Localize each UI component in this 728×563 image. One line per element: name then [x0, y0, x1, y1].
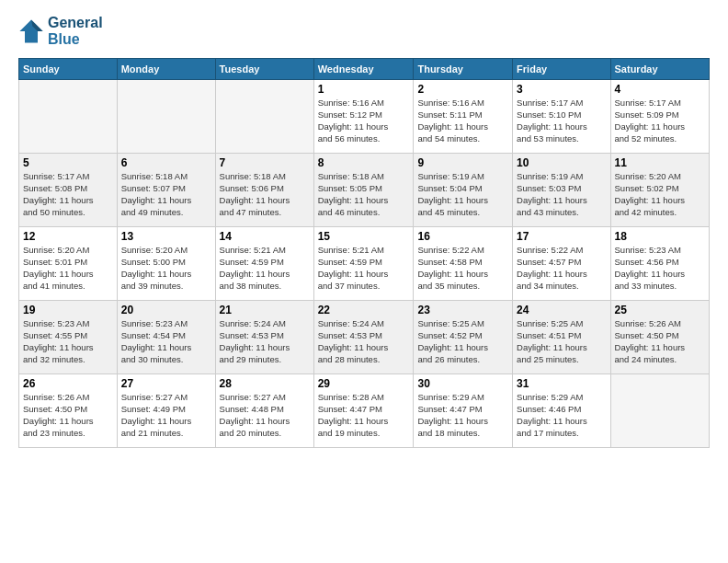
calendar-cell: 16Sunrise: 5:22 AM Sunset: 4:58 PM Dayli…: [414, 227, 513, 301]
calendar-cell: 5Sunrise: 5:17 AM Sunset: 5:08 PM Daylig…: [19, 154, 118, 227]
logo-text: General Blue: [48, 15, 103, 47]
day-number: 17: [517, 230, 606, 243]
day-number: 11: [615, 156, 705, 169]
day-info: Sunrise: 5:29 AM Sunset: 4:46 PM Dayligh…: [517, 392, 606, 439]
calendar-cell: 30Sunrise: 5:29 AM Sunset: 4:47 PM Dayli…: [414, 374, 513, 448]
calendar-cell: 20Sunrise: 5:23 AM Sunset: 4:54 PM Dayli…: [117, 301, 215, 374]
calendar-cell: 10Sunrise: 5:19 AM Sunset: 5:03 PM Dayli…: [513, 154, 610, 227]
calendar-cell: 26Sunrise: 5:26 AM Sunset: 4:50 PM Dayli…: [19, 374, 118, 448]
calendar-cell: 25Sunrise: 5:26 AM Sunset: 4:50 PM Dayli…: [610, 301, 709, 374]
day-number: 24: [517, 304, 606, 316]
day-info: Sunrise: 5:16 AM Sunset: 5:12 PM Dayligh…: [318, 98, 410, 144]
calendar-cell: 6Sunrise: 5:18 AM Sunset: 5:07 PM Daylig…: [117, 154, 215, 227]
day-info: Sunrise: 5:19 AM Sunset: 5:04 PM Dayligh…: [417, 171, 508, 218]
calendar-cell: 19Sunrise: 5:23 AM Sunset: 4:55 PM Dayli…: [19, 301, 118, 374]
day-info: Sunrise: 5:27 AM Sunset: 4:49 PM Dayligh…: [121, 392, 211, 439]
day-number: 4: [615, 83, 705, 96]
day-info: Sunrise: 5:18 AM Sunset: 5:07 PM Dayligh…: [121, 171, 211, 218]
day-number: 8: [318, 156, 410, 169]
weekday-header-sunday: Sunday: [19, 59, 118, 80]
day-info: Sunrise: 5:20 AM Sunset: 5:02 PM Dayligh…: [615, 171, 705, 218]
calendar-cell: 13Sunrise: 5:20 AM Sunset: 5:00 PM Dayli…: [117, 227, 215, 301]
day-number: 29: [318, 377, 410, 390]
day-info: Sunrise: 5:26 AM Sunset: 4:50 PM Dayligh…: [23, 392, 113, 439]
calendar-cell: 23Sunrise: 5:25 AM Sunset: 4:52 PM Dayli…: [414, 301, 513, 374]
day-number: 7: [220, 156, 310, 169]
day-info: Sunrise: 5:20 AM Sunset: 5:01 PM Dayligh…: [23, 245, 113, 292]
day-number: 16: [417, 230, 508, 243]
calendar-cell: 31Sunrise: 5:29 AM Sunset: 4:46 PM Dayli…: [513, 374, 610, 448]
calendar-cell: 12Sunrise: 5:20 AM Sunset: 5:01 PM Dayli…: [19, 227, 118, 301]
calendar-cell: 4Sunrise: 5:17 AM Sunset: 5:09 PM Daylig…: [610, 80, 709, 154]
calendar-cell: 7Sunrise: 5:18 AM Sunset: 5:06 PM Daylig…: [215, 154, 313, 227]
calendar-cell: 21Sunrise: 5:24 AM Sunset: 4:53 PM Dayli…: [215, 301, 313, 374]
day-info: Sunrise: 5:23 AM Sunset: 4:56 PM Dayligh…: [615, 245, 705, 292]
day-number: 3: [517, 83, 606, 96]
day-info: Sunrise: 5:19 AM Sunset: 5:03 PM Dayligh…: [517, 171, 606, 218]
day-number: 26: [23, 377, 113, 390]
weekday-header-thursday: Thursday: [414, 59, 513, 80]
page-container: General Blue SundayMondayTuesdayWednesda…: [0, 0, 728, 563]
day-number: 14: [220, 230, 310, 243]
calendar-week-row: 5Sunrise: 5:17 AM Sunset: 5:08 PM Daylig…: [19, 154, 710, 227]
calendar-cell: 8Sunrise: 5:18 AM Sunset: 5:05 PM Daylig…: [313, 154, 414, 227]
calendar-cell: 2Sunrise: 5:16 AM Sunset: 5:11 PM Daylig…: [414, 80, 513, 154]
calendar-cell: 18Sunrise: 5:23 AM Sunset: 4:56 PM Dayli…: [610, 227, 709, 301]
calendar-week-row: 26Sunrise: 5:26 AM Sunset: 4:50 PM Dayli…: [19, 374, 710, 448]
calendar-cell: 14Sunrise: 5:21 AM Sunset: 4:59 PM Dayli…: [215, 227, 313, 301]
day-number: 2: [417, 83, 508, 96]
day-info: Sunrise: 5:20 AM Sunset: 5:00 PM Dayligh…: [121, 245, 211, 292]
day-info: Sunrise: 5:27 AM Sunset: 4:48 PM Dayligh…: [220, 392, 310, 439]
day-info: Sunrise: 5:23 AM Sunset: 4:54 PM Dayligh…: [121, 318, 211, 365]
day-number: 22: [318, 304, 410, 316]
day-number: 5: [23, 156, 113, 169]
day-info: Sunrise: 5:22 AM Sunset: 4:57 PM Dayligh…: [517, 245, 606, 292]
day-info: Sunrise: 5:17 AM Sunset: 5:09 PM Dayligh…: [615, 98, 705, 144]
day-number: 1: [318, 83, 410, 96]
weekday-header-friday: Friday: [513, 59, 610, 80]
day-number: 10: [517, 156, 606, 169]
day-number: 13: [121, 230, 211, 243]
day-number: 21: [220, 304, 310, 316]
day-info: Sunrise: 5:18 AM Sunset: 5:06 PM Dayligh…: [220, 171, 310, 218]
day-info: Sunrise: 5:25 AM Sunset: 4:51 PM Dayligh…: [517, 318, 606, 365]
day-info: Sunrise: 5:17 AM Sunset: 5:08 PM Dayligh…: [23, 171, 113, 218]
day-number: 25: [615, 304, 705, 316]
calendar-cell: 11Sunrise: 5:20 AM Sunset: 5:02 PM Dayli…: [610, 154, 709, 227]
day-info: Sunrise: 5:24 AM Sunset: 4:53 PM Dayligh…: [318, 318, 410, 365]
day-number: 20: [121, 304, 211, 316]
weekday-header-wednesday: Wednesday: [313, 59, 414, 80]
calendar-cell: 28Sunrise: 5:27 AM Sunset: 4:48 PM Dayli…: [215, 374, 313, 448]
day-info: Sunrise: 5:18 AM Sunset: 5:05 PM Dayligh…: [318, 171, 410, 218]
day-info: Sunrise: 5:26 AM Sunset: 4:50 PM Dayligh…: [615, 318, 705, 365]
day-number: 28: [220, 377, 310, 390]
day-info: Sunrise: 5:29 AM Sunset: 4:47 PM Dayligh…: [417, 392, 508, 439]
day-info: Sunrise: 5:28 AM Sunset: 4:47 PM Dayligh…: [318, 392, 410, 439]
day-info: Sunrise: 5:17 AM Sunset: 5:10 PM Dayligh…: [517, 98, 606, 144]
calendar-cell: [19, 80, 118, 154]
calendar-cell: 15Sunrise: 5:21 AM Sunset: 4:59 PM Dayli…: [313, 227, 414, 301]
calendar-cell: 24Sunrise: 5:25 AM Sunset: 4:51 PM Dayli…: [513, 301, 610, 374]
calendar-cell: 9Sunrise: 5:19 AM Sunset: 5:04 PM Daylig…: [414, 154, 513, 227]
calendar-cell: [610, 374, 709, 448]
weekday-header-saturday: Saturday: [610, 59, 709, 80]
calendar-cell: 22Sunrise: 5:24 AM Sunset: 4:53 PM Dayli…: [313, 301, 414, 374]
calendar-week-row: 12Sunrise: 5:20 AM Sunset: 5:01 PM Dayli…: [19, 227, 710, 301]
calendar-cell: 17Sunrise: 5:22 AM Sunset: 4:57 PM Dayli…: [513, 227, 610, 301]
day-info: Sunrise: 5:23 AM Sunset: 4:55 PM Dayligh…: [23, 318, 113, 365]
calendar-cell: [117, 80, 215, 154]
day-number: 9: [417, 156, 508, 169]
day-number: 30: [417, 377, 508, 390]
day-number: 23: [417, 304, 508, 316]
day-info: Sunrise: 5:21 AM Sunset: 4:59 PM Dayligh…: [220, 245, 310, 292]
calendar-week-row: 1Sunrise: 5:16 AM Sunset: 5:12 PM Daylig…: [19, 80, 710, 154]
day-info: Sunrise: 5:16 AM Sunset: 5:11 PM Dayligh…: [417, 98, 508, 144]
calendar-cell: 3Sunrise: 5:17 AM Sunset: 5:10 PM Daylig…: [513, 80, 610, 154]
weekday-header-tuesday: Tuesday: [215, 59, 313, 80]
day-number: 27: [121, 377, 211, 390]
logo: General Blue: [18, 15, 103, 47]
day-info: Sunrise: 5:22 AM Sunset: 4:58 PM Dayligh…: [417, 245, 508, 292]
weekday-header-monday: Monday: [117, 59, 215, 80]
day-info: Sunrise: 5:25 AM Sunset: 4:52 PM Dayligh…: [417, 318, 508, 365]
day-info: Sunrise: 5:21 AM Sunset: 4:59 PM Dayligh…: [318, 245, 410, 292]
